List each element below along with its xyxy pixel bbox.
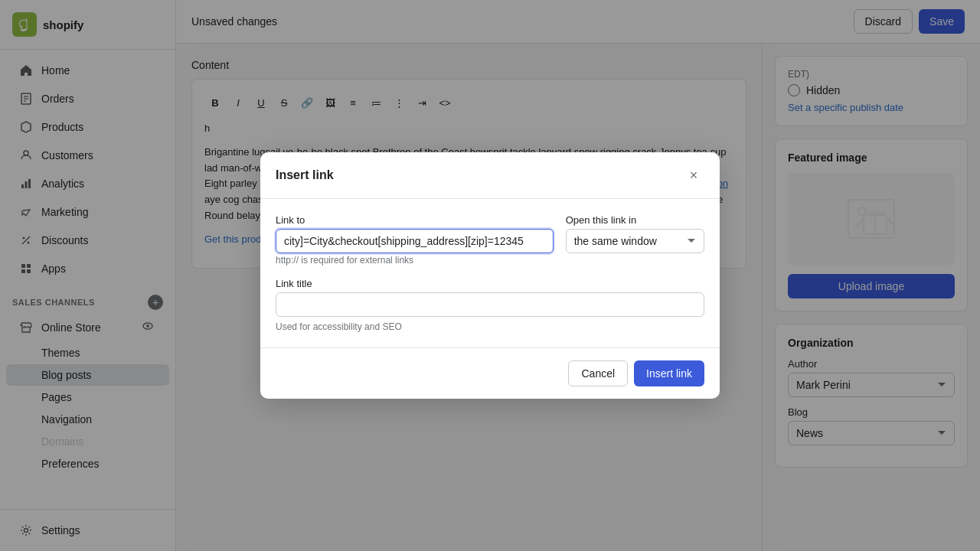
modal-title: Insert link — [276, 168, 334, 182]
modal-close-button[interactable]: × — [683, 165, 704, 186]
link-title-label: Link title — [276, 278, 704, 289]
modal-footer: Cancel Insert link — [260, 347, 720, 399]
insert-link-modal: Insert link × Link to http:// is require… — [260, 152, 720, 399]
open-in-group: Open this link in the same window a new … — [566, 214, 704, 266]
link-hint: http:// is required for external links — [276, 255, 413, 266]
open-in-label: Open this link in — [566, 214, 704, 226]
link-title-group: Link title Used for accessibility and SE… — [276, 278, 704, 332]
link-to-input[interactable] — [276, 229, 554, 253]
link-title-hint: Used for accessibility and SEO — [276, 321, 704, 332]
link-to-group: Link to http:// is required for external… — [276, 214, 554, 266]
link-title-input[interactable] — [276, 292, 704, 317]
cancel-button[interactable]: Cancel — [568, 360, 628, 386]
insert-link-button[interactable]: Insert link — [634, 360, 704, 386]
open-in-select[interactable]: the same window a new window — [566, 229, 704, 253]
modal-overlay: Insert link × Link to http:// is require… — [0, 0, 980, 551]
modal-form-row-1: Link to http:// is required for external… — [276, 214, 704, 266]
modal-header: Insert link × — [260, 152, 720, 199]
link-to-label: Link to — [276, 214, 554, 226]
modal-body: Link to http:// is required for external… — [260, 199, 720, 347]
